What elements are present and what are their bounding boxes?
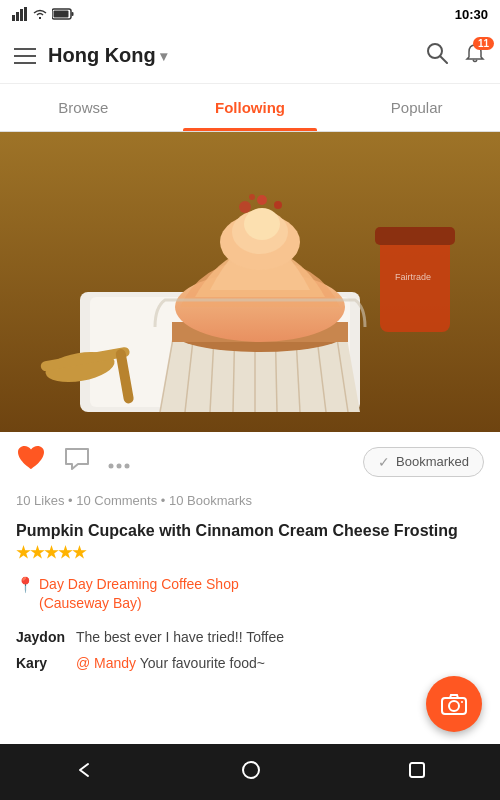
post-title-text: Pumpkin Cupcake with Cinnamon Cream Chee… (16, 522, 458, 539)
notification-button[interactable]: 11 (464, 43, 486, 69)
tab-bar: Browse Following Popular (0, 84, 500, 132)
svg-point-29 (257, 195, 267, 205)
svg-rect-36 (375, 227, 455, 245)
svg-rect-6 (72, 12, 74, 16)
post-title: Pumpkin Cupcake with Cinnamon Cream Chee… (0, 516, 500, 569)
hamburger-menu[interactable] (14, 48, 36, 64)
header-title[interactable]: Hong Kong ▾ (48, 44, 426, 67)
comment-row: Kary @ Mandy Your favourite food~ (16, 654, 484, 674)
comments-section: Jaydon The best ever I have tried!! Toff… (0, 624, 500, 689)
signal-icon (12, 7, 28, 21)
svg-point-44 (243, 762, 259, 778)
svg-point-27 (244, 208, 280, 240)
notification-badge: 11 (473, 37, 494, 50)
svg-point-40 (125, 463, 130, 468)
food-image: Fairtrade (0, 132, 500, 432)
stats-row: 10 Likes • 10 Comments • 10 Bookmarks (0, 491, 500, 516)
separator-2: • (161, 493, 169, 508)
action-bar: ✓ Bookmarked (0, 432, 500, 491)
comment-text-1: The best ever I have tried!! Toffee (76, 628, 484, 648)
comment-button[interactable] (64, 447, 90, 477)
svg-point-30 (274, 201, 282, 209)
status-icons (12, 7, 74, 21)
tab-browse[interactable]: Browse (0, 84, 167, 131)
svg-rect-43 (461, 701, 463, 703)
bottom-nav (0, 744, 500, 800)
svg-rect-2 (20, 9, 23, 21)
bookmark-button[interactable]: ✓ Bookmarked (363, 447, 484, 477)
camera-icon (441, 693, 467, 715)
status-bar: 10:30 (0, 0, 500, 28)
camera-fab[interactable] (426, 676, 482, 732)
rating-stars: ★★★★★ (16, 544, 86, 561)
svg-rect-5 (54, 11, 69, 18)
svg-line-8 (440, 56, 447, 63)
separator-1: • (68, 493, 76, 508)
more-options-button[interactable] (108, 449, 130, 475)
likes-count: 10 Likes (16, 493, 64, 508)
svg-text:Fairtrade: Fairtrade (395, 272, 431, 282)
svg-point-28 (239, 201, 251, 213)
svg-point-39 (117, 463, 122, 468)
svg-rect-0 (12, 15, 15, 21)
bookmark-check-icon: ✓ (378, 454, 390, 470)
svg-rect-1 (16, 12, 19, 21)
comment-author-2: Kary (16, 654, 68, 674)
comment-text-2: @ Mandy Your favourite food~ (76, 654, 484, 674)
back-button[interactable] (54, 752, 114, 793)
svg-rect-35 (380, 232, 450, 332)
svg-point-42 (449, 701, 459, 711)
comment-author-1: Jaydon (16, 628, 68, 648)
status-time: 10:30 (455, 7, 488, 22)
svg-rect-45 (410, 763, 424, 777)
location-area: (Causeway Bay) (39, 595, 142, 611)
location-text: Day Day Dreaming Coffee Shop (Causeway B… (39, 575, 239, 614)
chevron-down-icon: ▾ (160, 48, 167, 64)
wifi-icon (32, 8, 48, 20)
comments-count: 10 Comments (76, 493, 157, 508)
location-row[interactable]: 📍 Day Day Dreaming Coffee Shop (Causeway… (0, 569, 500, 624)
recents-button[interactable] (388, 753, 446, 792)
comment-after-mention: Your favourite food~ (136, 655, 265, 671)
battery-icon (52, 8, 74, 20)
location-name: Day Day Dreaming Coffee Shop (39, 576, 239, 592)
svg-point-31 (249, 194, 255, 200)
tab-popular[interactable]: Popular (333, 84, 500, 131)
header: Hong Kong ▾ 11 (0, 28, 500, 84)
comment-row: Jaydon The best ever I have tried!! Toff… (16, 628, 484, 648)
search-button[interactable] (426, 42, 448, 70)
bookmarks-count: 10 Bookmarks (169, 493, 252, 508)
svg-point-38 (109, 463, 114, 468)
svg-rect-3 (24, 7, 27, 21)
comment-mention[interactable]: @ Mandy (76, 655, 136, 671)
home-button[interactable] (221, 752, 281, 793)
location-pin-icon: 📍 (16, 576, 35, 594)
like-button[interactable] (16, 444, 46, 479)
city-label: Hong Kong (48, 44, 156, 67)
header-actions: 11 (426, 42, 486, 70)
bookmark-label: Bookmarked (396, 454, 469, 469)
tab-following[interactable]: Following (167, 84, 334, 131)
